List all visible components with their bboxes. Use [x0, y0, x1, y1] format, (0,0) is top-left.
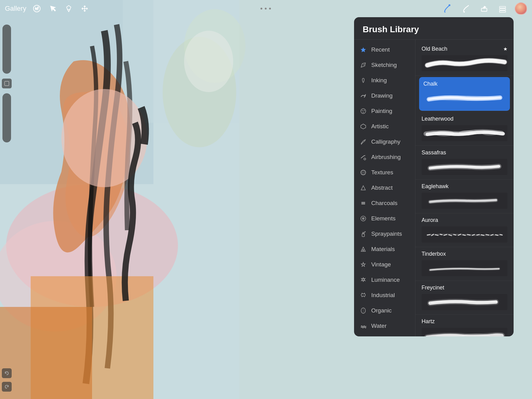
brush-tool-icon[interactable]	[441, 2, 453, 15]
brush-size-slider[interactable]	[2, 25, 11, 74]
category-icon-water	[360, 322, 367, 330]
category-item-abstract[interactable]: Abstract	[354, 180, 415, 196]
redo-button[interactable]	[2, 382, 12, 392]
brush-name-eaglehawk: Eaglehawk	[422, 183, 449, 190]
brush-list: Old Beach ★ Chalk Leatherwood	[415, 40, 514, 336]
dot-3	[269, 8, 271, 10]
category-item-organic[interactable]: Organic	[354, 303, 415, 318]
brush-preview-tinderbox	[422, 260, 507, 277]
gallery-button[interactable]: Gallery	[5, 5, 26, 13]
category-item-recent[interactable]: Recent	[354, 42, 415, 57]
brush-panel-title: Brush Library	[363, 25, 419, 34]
brush-panel: Brush Library Recent Sketching Inking Dr…	[354, 17, 514, 336]
brush-item-leatherwood[interactable]: Leatherwood	[415, 112, 514, 146]
svg-point-51	[434, 131, 454, 137]
svg-point-52	[459, 130, 476, 136]
undo-button[interactable]	[2, 368, 12, 378]
toolbar-center[interactable]	[260, 8, 271, 10]
brush-name-sassafras: Sassafras	[422, 149, 446, 156]
category-label-luminance: Luminance	[371, 277, 400, 283]
category-item-vintage[interactable]: Vintage	[354, 257, 415, 272]
brush-item-eaglehawk[interactable]: Eaglehawk	[415, 180, 514, 213]
brush-item-header-old-beach: Old Beach ★	[422, 46, 507, 52]
brush-preview-sassafras	[422, 158, 507, 176]
brush-panel-header: Brush Library	[354, 17, 514, 40]
brush-item-header-sassafras: Sassafras	[422, 149, 507, 156]
category-item-painting[interactable]: Painting	[354, 103, 415, 119]
category-item-drawing[interactable]: Drawing	[354, 88, 415, 103]
square-btn[interactable]	[2, 79, 12, 88]
category-item-textures[interactable]: Textures	[354, 165, 415, 180]
category-item-elements[interactable]: Elements	[354, 211, 415, 226]
category-label-vintage: Vintage	[371, 261, 391, 268]
category-label-recent: Recent	[371, 46, 390, 53]
category-icon-recent	[360, 46, 367, 53]
adjust-icon[interactable]	[31, 3, 42, 14]
smudge-tool-icon[interactable]	[460, 2, 472, 15]
category-label-inking: Inking	[371, 77, 387, 84]
eraser-tool-icon[interactable]	[478, 2, 490, 15]
brush-item-freycinet[interactable]: Freycinet	[415, 281, 514, 315]
category-label-organic: Organic	[371, 307, 392, 314]
category-label-abstract: Abstract	[371, 184, 393, 191]
category-item-inking[interactable]: Inking	[354, 73, 415, 88]
dot-1	[260, 8, 262, 10]
category-label-airbrushing: Airbrushing	[371, 154, 401, 161]
brush-item-header-leatherwood: Leatherwood	[422, 116, 507, 122]
category-label-drawing: Drawing	[371, 92, 393, 99]
color-picker[interactable]	[515, 2, 527, 15]
category-label-sketching: Sketching	[371, 62, 397, 68]
brush-name-old-beach: Old Beach	[422, 46, 447, 52]
category-label-painting: Painting	[371, 108, 392, 114]
category-icon-industrial	[360, 292, 367, 299]
category-item-water[interactable]: Water	[354, 318, 415, 334]
brush-item-sassafras[interactable]: Sassafras	[415, 146, 514, 180]
brush-name-aurora: Aurora	[422, 217, 438, 223]
brush-preview-freycinet	[422, 293, 507, 311]
brush-preview-aurora	[422, 226, 507, 243]
category-icon-abstract	[360, 184, 367, 192]
brush-item-hartz[interactable]: Hartz	[415, 315, 514, 336]
svg-rect-22	[499, 9, 506, 10]
brush-item-old-beach[interactable]: Old Beach ★	[415, 42, 514, 76]
svg-marker-44	[361, 262, 365, 266]
category-label-elements: Elements	[371, 215, 395, 222]
category-item-airbrushing[interactable]: Airbrushing	[354, 149, 415, 165]
category-item-calligraphy[interactable]: Calligraphy	[354, 134, 415, 149]
brush-item-chalk[interactable]: Chalk	[419, 77, 510, 111]
brush-item-header-aurora: Aurora	[422, 217, 507, 223]
brush-item-header-freycinet: Freycinet	[422, 285, 507, 291]
svg-point-53	[482, 131, 499, 136]
category-icon-vintage	[360, 261, 367, 268]
selection-icon[interactable]	[63, 3, 74, 14]
toolbar: Gallery	[0, 0, 532, 17]
category-item-spraypaints[interactable]: Spraypaints	[354, 226, 415, 242]
category-item-charcoals[interactable]: Charcoals	[354, 196, 415, 211]
svg-point-29	[364, 110, 365, 111]
svg-rect-10	[0, 307, 92, 399]
category-icon-luminance	[360, 276, 367, 284]
category-icon-charcoals	[360, 200, 367, 207]
category-item-industrial[interactable]: Industrial	[354, 288, 415, 303]
category-item-materials[interactable]: Materials	[354, 242, 415, 257]
layers-icon[interactable]	[496, 2, 509, 15]
transform-icon[interactable]	[79, 3, 90, 14]
category-label-spraypaints: Spraypaints	[371, 230, 402, 237]
category-item-luminance[interactable]: Luminance	[354, 272, 415, 288]
brush-item-aurora[interactable]: Aurora	[415, 213, 514, 247]
svg-point-17	[36, 8, 37, 10]
svg-marker-25	[361, 47, 366, 52]
category-icon-inking	[360, 77, 367, 84]
brush-fav-old-beach[interactable]: ★	[503, 46, 507, 52]
category-item-sketching[interactable]: Sketching	[354, 57, 415, 73]
opacity-slider[interactable]	[2, 93, 11, 142]
category-icon-spraypaints	[360, 230, 367, 238]
category-label-artistic: Artistic	[371, 123, 389, 130]
category-item-artistic[interactable]: Artistic	[354, 119, 415, 134]
brush-item-tinderbox[interactable]: Tinderbox	[415, 247, 514, 281]
svg-point-43	[363, 250, 364, 251]
svg-rect-23	[499, 11, 506, 12]
brush-item-header-hartz: Hartz	[422, 318, 507, 325]
cursor-icon[interactable]	[47, 3, 58, 14]
category-icon-materials	[360, 246, 367, 253]
